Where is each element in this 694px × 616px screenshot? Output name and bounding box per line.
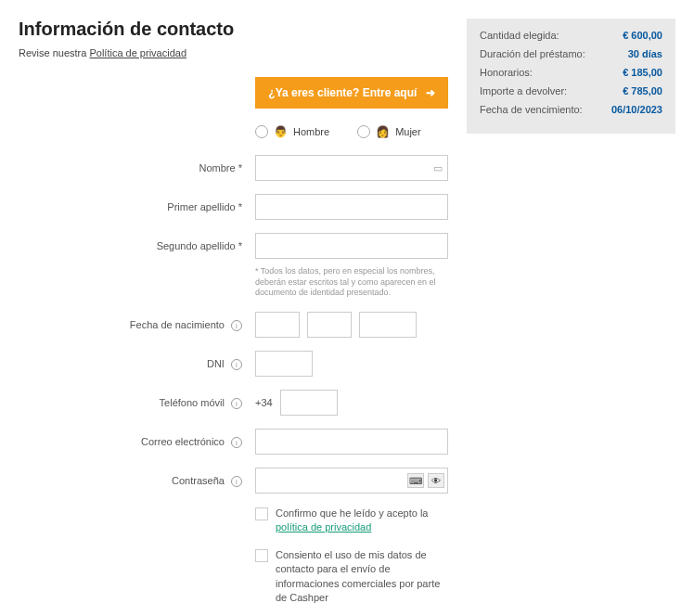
phone-input[interactable] (280, 390, 338, 416)
privacy-notice: Revise nuestra Política de privacidad (19, 47, 448, 58)
dni-input[interactable] (255, 351, 313, 377)
arrow-right-icon: ➜ (426, 86, 435, 99)
privacy-checkbox-label: Confirmo que he leído y acepto la políti… (276, 507, 445, 535)
email-input[interactable] (255, 429, 448, 455)
names-note: * Todos los datos, pero en especial los … (19, 266, 445, 299)
summary-amount-label: Cantidad elegida: (480, 30, 559, 41)
summary-duration-label: Duración del préstamo: (480, 48, 585, 59)
surname2-input[interactable] (255, 233, 448, 259)
summary-fees-label: Honorarios: (480, 67, 533, 78)
radio-icon (357, 125, 370, 138)
summary-due-label: Fecha de vencimiento: (480, 104, 583, 115)
dob-label: Fecha de nacimiento (130, 319, 225, 330)
summary-duration-value: 30 días (628, 48, 662, 59)
privacy-checkbox[interactable] (255, 507, 268, 520)
marketing-checkbox[interactable] (255, 549, 268, 562)
summary-due-value: 06/10/2023 (611, 104, 662, 115)
dob-month-input[interactable] (307, 312, 352, 338)
email-label: Correo electrónico (141, 436, 225, 447)
name-input[interactable] (255, 155, 448, 181)
info-icon[interactable]: i (231, 320, 242, 331)
loan-summary-panel: Cantidad elegida: € 600,00 Duración del … (467, 19, 675, 134)
male-icon: 👨 (274, 125, 288, 138)
password-label: Contraseña (172, 475, 225, 486)
dob-day-input[interactable] (255, 312, 300, 338)
phone-label: Teléfono móvil (160, 397, 225, 408)
phone-prefix: +34 (255, 397, 273, 408)
surname2-label: Segundo apellido * (19, 240, 255, 251)
dob-year-input[interactable] (359, 312, 417, 338)
gender-female-label: Mujer (395, 126, 421, 137)
existing-client-button[interactable]: ¿Ya eres cliente? Entre aquí ➜ (255, 77, 448, 109)
summary-fees-value: € 185,00 (623, 67, 662, 78)
summary-amount-value: € 600,00 (623, 30, 662, 41)
privacy-policy-link[interactable]: Política de privacidad (89, 47, 186, 58)
summary-total-value: € 785,00 (623, 85, 662, 96)
marketing-checkbox-label: Consiento el uso de mis datos de contact… (276, 548, 445, 606)
privacy-text-pre: Confirmo que he leído y acepto la (276, 507, 429, 519)
existing-client-label: ¿Ya eres cliente? Entre aquí (268, 86, 417, 99)
info-icon[interactable]: i (231, 359, 242, 370)
summary-total-label: Importe a devolver: (480, 85, 567, 96)
female-icon: 👩 (376, 125, 390, 138)
info-icon[interactable]: i (231, 437, 242, 448)
info-icon[interactable]: i (231, 398, 242, 409)
privacy-policy-link-inline[interactable]: política de privacidad (276, 521, 371, 533)
gender-male-option[interactable]: 👨 Hombre (255, 125, 329, 138)
privacy-prefix: Revise nuestra (19, 47, 89, 58)
radio-icon (255, 125, 268, 138)
gender-male-label: Hombre (293, 126, 329, 137)
name-label: Nombre * (19, 162, 255, 173)
surname1-label: Primer apellido * (19, 201, 255, 212)
info-icon[interactable]: i (231, 476, 242, 487)
toggle-password-icon[interactable]: 👁 (428, 473, 444, 488)
surname1-input[interactable] (255, 194, 448, 220)
page-title: Información de contacto (19, 19, 448, 40)
virtual-keyboard-icon[interactable]: ⌨ (407, 473, 424, 488)
dni-label: DNI (207, 358, 225, 369)
gender-female-option[interactable]: 👩 Mujer (357, 125, 421, 138)
